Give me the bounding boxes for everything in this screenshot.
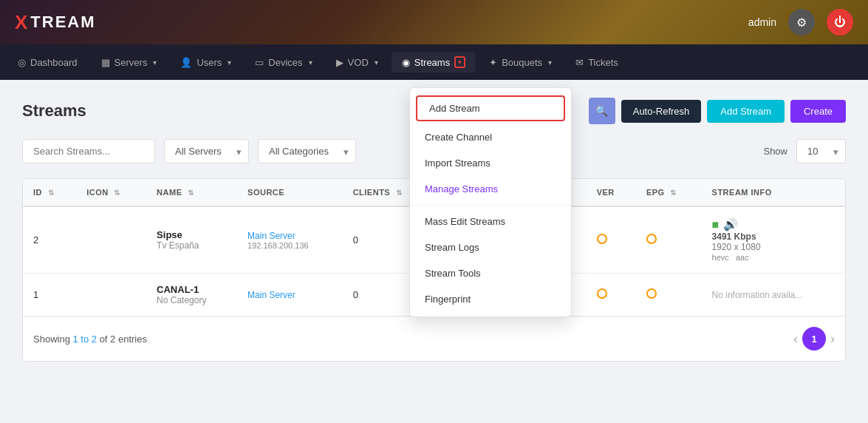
show-label: Show (763, 146, 787, 157)
settings-button[interactable]: ⚙ (788, 9, 815, 35)
devices-label: Devices (268, 57, 302, 68)
col-ver: VER (587, 179, 636, 206)
row-id: 1 (23, 274, 76, 317)
dropdown-item-mass-edit[interactable]: Mass Edit Streams (410, 209, 571, 234)
prev-page-button[interactable]: ‹ (793, 331, 798, 347)
dropdown-item-fingerprint[interactable]: Fingerprint (410, 286, 571, 312)
search-icon-button[interactable]: 🔍 (589, 98, 615, 124)
col-icon: ICON ⇅ (76, 179, 146, 206)
create-button[interactable]: Create (790, 100, 846, 123)
row-stream-info: ■ 🔊 3491 Kbps 1920 x 1080 hevc aac (702, 206, 845, 274)
row-icon (76, 274, 146, 317)
col-id: ID ⇅ (23, 179, 76, 206)
vod-label: VOD (348, 57, 369, 68)
dropdown-item-add-stream[interactable]: Add Stream (416, 95, 565, 121)
current-page[interactable]: 1 (802, 327, 826, 351)
servers-label: Servers (115, 57, 148, 68)
bouquets-chevron: ▾ (548, 58, 552, 67)
row-icon (76, 206, 146, 274)
servers-select-wrapper: All Servers (164, 139, 249, 163)
bouquets-label: Bouquets (502, 57, 542, 68)
navbar-right: admin ⚙ ⏻ (748, 9, 853, 35)
devices-chevron: ▾ (309, 58, 312, 67)
pagination: ‹ 1 › (793, 327, 835, 351)
servers-icon: ▦ (101, 57, 110, 68)
row-source: Main Server (237, 274, 343, 317)
row-ver (587, 206, 636, 274)
col-source: SOURCE (237, 179, 343, 206)
bouquets-icon: ✦ (489, 57, 497, 68)
dropdown-item-stream-logs[interactable]: Stream Logs (410, 234, 571, 260)
sidebar-item-tickets[interactable]: ✉ Tickets (565, 53, 629, 72)
tickets-label: Tickets (588, 57, 618, 68)
show-select[interactable]: 10 (796, 139, 846, 163)
auto-refresh-button[interactable]: Auto-Refresh (621, 100, 702, 123)
tickets-icon: ✉ (575, 57, 584, 68)
dropdown-divider (410, 205, 571, 206)
next-page-button[interactable]: › (830, 331, 835, 347)
sidebar-item-dashboard[interactable]: ◎ Dashboard (7, 53, 88, 72)
dashboard-label: Dashboard (30, 57, 78, 68)
logo-rest: TREAM (30, 13, 95, 32)
table-footer: Showing 1 to 2 of 2 entries ‹ 1 › (23, 316, 845, 361)
dropdown-item-create-channel[interactable]: Create Channel (410, 124, 571, 150)
devices-icon: ▭ (255, 57, 264, 68)
row-name: Sipse Tv España (146, 206, 237, 274)
streams-label: Streams (414, 57, 450, 68)
dropdown-item-stream-tools[interactable]: Stream Tools (410, 260, 571, 286)
sidebar-item-users[interactable]: 👤 Users ▾ (170, 53, 242, 72)
row-source: Main Server 192.168.200.136 (237, 206, 343, 274)
categories-select[interactable]: All Categories (258, 139, 356, 163)
dropdown-item-manage-streams[interactable]: Manage Streams (410, 176, 571, 202)
vod-icon: ▶ (336, 57, 344, 68)
row-name: CANAL-1 No Category (146, 274, 237, 317)
row-id: 2 (23, 206, 76, 274)
streams-icon: ◉ (402, 57, 410, 68)
sidebar-item-streams[interactable]: ◉ Streams ▾ Add Stream Create Channel Im… (392, 52, 476, 72)
row-epg (636, 206, 702, 274)
page-actions: 🔍 Auto-Refresh Add Stream Create (589, 98, 846, 124)
app-logo: XTREAM (15, 11, 96, 34)
servers-chevron: ▾ (153, 58, 157, 67)
streams-chevron-icon: ▾ (454, 56, 465, 68)
sidebar-item-vod[interactable]: ▶ VOD ▾ (326, 53, 389, 72)
sidebar-item-bouquets[interactable]: ✦ Bouquets ▾ (479, 53, 562, 72)
logo-x: X (15, 11, 29, 34)
search-input[interactable] (22, 139, 155, 163)
show-select-wrapper: 10 (796, 139, 846, 163)
admin-label: admin (748, 16, 776, 28)
col-epg: EPG ⇅ (636, 179, 702, 206)
categories-select-wrapper: All Categories (258, 139, 356, 163)
dashboard-icon: ◎ (18, 57, 26, 68)
top-navbar: XTREAM admin ⚙ ⏻ (0, 0, 868, 44)
row-epg (636, 274, 702, 317)
sidebar-item-devices[interactable]: ▭ Devices ▾ (245, 53, 322, 72)
add-stream-button[interactable]: Add Stream (707, 100, 785, 123)
users-chevron: ▾ (228, 58, 231, 67)
secondary-nav: ◎ Dashboard ▦ Servers ▾ 👤 Users ▾ ▭ Devi… (0, 44, 868, 80)
add-stream-label: Add Stream (429, 103, 480, 114)
users-label: Users (197, 57, 222, 68)
showing-text: Showing 1 to 2 of 2 entries (33, 334, 147, 345)
streams-dropdown: Add Stream Create Channel Import Streams… (409, 87, 572, 317)
col-stream-info: STREAM INFO (702, 179, 845, 206)
row-stream-info: No information availa... (702, 274, 845, 317)
range-link[interactable]: 1 to 2 (72, 334, 97, 345)
power-button[interactable]: ⏻ (827, 9, 853, 35)
sidebar-item-servers[interactable]: ▦ Servers ▾ (91, 53, 168, 72)
row-ver (587, 274, 636, 317)
col-name: NAME ⇅ (146, 179, 237, 206)
vod-chevron: ▾ (375, 58, 378, 67)
dropdown-item-import-streams[interactable]: Import Streams (410, 150, 571, 176)
page-title: Streams (22, 101, 86, 121)
users-icon: 👤 (180, 57, 192, 68)
servers-select[interactable]: All Servers (164, 139, 249, 163)
